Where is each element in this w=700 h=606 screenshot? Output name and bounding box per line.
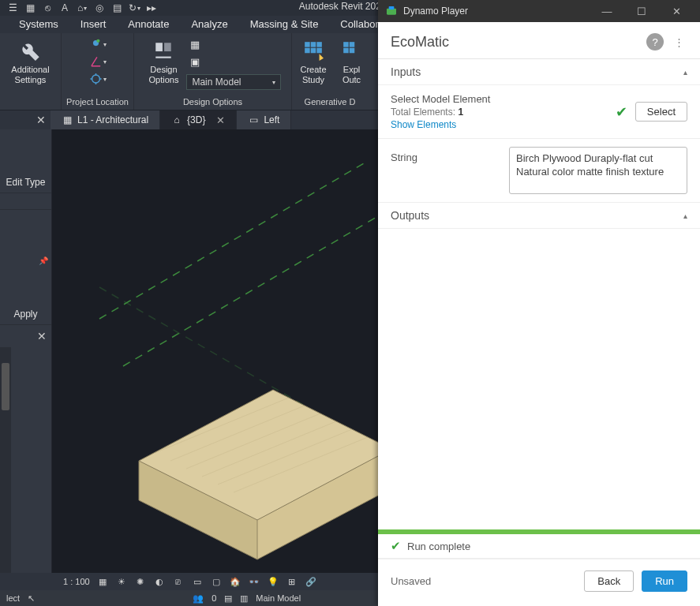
wrench-icon <box>17 38 43 63</box>
tab-annotate[interactable]: Annotate <box>117 16 180 33</box>
pin-icon[interactable]: 📌 <box>39 256 48 272</box>
eye-icon[interactable]: ◎ <box>93 2 106 14</box>
main-model-status: Main Model <box>256 593 301 603</box>
design-options-icon <box>151 38 176 63</box>
reveal-hidden-icon[interactable]: 💡 <box>267 575 279 588</box>
view-tab-3d[interactable]: ⌂ {3D} ✕ <box>160 110 237 129</box>
string-label: String <box>391 147 501 163</box>
inputs-label: Inputs <box>391 65 421 78</box>
overflow-icon[interactable]: ▸▸ <box>145 2 158 14</box>
dynamo-window-title: Dynamo Player <box>403 6 590 17</box>
help-icon[interactable]: ? <box>646 33 664 50</box>
close-tab-icon[interactable]: ✕ <box>216 114 225 126</box>
dynamo-titlebar[interactable]: Dynamo Player — ☐ ✕ <box>378 0 700 22</box>
tab-systems[interactable]: Systems <box>8 16 69 33</box>
design-option-status-icon[interactable]: ▥ <box>240 593 248 604</box>
minimize-button[interactable]: — <box>590 0 624 22</box>
view-tab-left[interactable]: ▭ Left <box>237 110 291 129</box>
home-icon[interactable]: ⌂▾ <box>76 2 88 14</box>
run-button[interactable]: Run <box>642 570 687 592</box>
run-status-line: ✔ Run complete <box>378 534 700 559</box>
maximize-button[interactable]: ☐ <box>624 0 659 22</box>
select-label: lect <box>6 593 20 603</box>
check-icon: ✔ <box>391 539 401 553</box>
thumbnail-icon[interactable]: ▦ <box>24 2 36 14</box>
detail-level-icon[interactable]: ▦ <box>96 575 109 588</box>
tab-insert[interactable]: Insert <box>69 16 118 33</box>
select-model-element-label: Select Model Element <box>391 93 608 105</box>
close-icon[interactable]: ✕ <box>37 330 47 342</box>
panel-icon[interactable]: ▤ <box>110 2 123 14</box>
select-button[interactable]: Select <box>635 102 687 122</box>
explore-outcomes-button[interactable]: Expl Outc <box>335 35 365 88</box>
apply-button[interactable]: Apply <box>0 304 51 325</box>
ribbon-group-additional: Additional Settings <box>0 33 62 110</box>
properties-panel-close-area: ✕ <box>0 114 51 126</box>
sun-path-icon[interactable]: ✺ <box>134 575 147 588</box>
model-element-wood-slab[interactable] <box>115 374 399 573</box>
string-input-row: String Birch Plywood Duraply-flat cut Na… <box>378 139 700 203</box>
generative-group-label: Generative D <box>305 95 356 110</box>
select-cursor-icon[interactable]: ↖ <box>28 593 35 604</box>
close-icon[interactable]: ✕ <box>36 114 46 126</box>
dynamo-app-icon <box>384 4 399 18</box>
svg-line-17 <box>99 161 368 319</box>
shadows-icon[interactable]: ◐ <box>153 575 166 588</box>
workset-icon[interactable]: 👥 <box>193 593 204 604</box>
svg-rect-12 <box>343 42 349 47</box>
location-icon[interactable]: ▾ <box>89 36 107 52</box>
view-tab-l1[interactable]: ▦ L1 - Architectural <box>51 110 160 129</box>
additional-settings-button[interactable]: Additional Settings <box>6 35 54 88</box>
svg-rect-5 <box>305 42 310 47</box>
scale-value[interactable]: 1 : 100 <box>63 577 90 586</box>
visual-style-icon[interactable]: ☀ <box>115 575 128 588</box>
main-model-dropdown[interactable]: Main Model ▾ <box>186 74 281 90</box>
string-input[interactable]: Birch Plywood Duraply-flat cut Natural c… <box>509 147 687 194</box>
svg-rect-8 <box>305 48 310 54</box>
main-model-label: Main Model <box>192 77 241 88</box>
back-button[interactable]: Back <box>584 570 634 592</box>
design-options-button[interactable]: Design Options <box>144 35 184 88</box>
design-options-label: Design Options <box>149 65 179 84</box>
tab-analyze[interactable]: Analyze <box>180 16 238 33</box>
pick-to-edit-icon[interactable]: ▣ <box>186 54 204 69</box>
outputs-label: Outputs <box>391 209 429 222</box>
svg-point-1 <box>96 39 99 43</box>
select-model-element-row: Select Model Element Total Elements: 1 S… <box>378 85 700 139</box>
reveal-constraints-icon[interactable]: 🔗 <box>305 575 317 588</box>
svg-rect-3 <box>156 43 163 51</box>
add-to-set-icon[interactable]: ▦ <box>186 36 204 52</box>
sync-icon[interactable]: ↻▾ <box>128 2 140 14</box>
view-tab-label: Left <box>264 114 279 125</box>
workset-count: 0 <box>211 593 216 603</box>
edit-type-button[interactable]: Edit Type <box>0 172 51 193</box>
more-menu-icon[interactable]: ⋮ <box>670 33 687 50</box>
scrollbar-thumb[interactable] <box>2 363 9 410</box>
text-icon[interactable]: A <box>58 2 71 14</box>
link-icon[interactable]: ⎋ <box>41 2 54 14</box>
show-elements-link[interactable]: Show Elements <box>391 119 608 130</box>
svg-rect-14 <box>343 48 349 54</box>
position-icon[interactable]: ▾ <box>89 71 107 87</box>
chevron-up-icon: ▴ <box>683 211 687 220</box>
properties-panel: Edit Type 📌 Apply ✕ <box>0 129 52 573</box>
rendering-icon[interactable]: ⎚ <box>172 575 185 588</box>
properties-scrollbar[interactable] <box>0 347 11 573</box>
project-location-label: Project Location <box>66 95 129 110</box>
lock-3d-icon[interactable]: 🏠 <box>229 575 241 588</box>
outputs-section-header[interactable]: Outputs ▴ <box>378 203 700 229</box>
tab-massing-site[interactable]: Massing & Site <box>239 16 330 33</box>
create-study-button[interactable]: Create Study <box>295 35 331 88</box>
qa-icon[interactable]: ☰ <box>6 2 19 14</box>
coordinates-icon[interactable]: ▾ <box>89 54 107 69</box>
close-button[interactable]: ✕ <box>659 0 694 22</box>
design-options-group-label: Design Options <box>183 95 242 110</box>
worksharing-icon[interactable]: ⊞ <box>286 575 298 588</box>
temp-hide-icon[interactable]: 👓 <box>248 575 260 588</box>
crop-region-icon[interactable]: ▢ <box>210 575 223 588</box>
editable-only-icon[interactable]: ▤ <box>224 593 232 604</box>
svg-rect-15 <box>349 48 354 54</box>
inputs-section-header[interactable]: Inputs ▴ <box>378 59 700 85</box>
additional-settings-label: Additional Settings <box>11 65 49 84</box>
crop-icon[interactable]: ▭ <box>191 575 204 588</box>
